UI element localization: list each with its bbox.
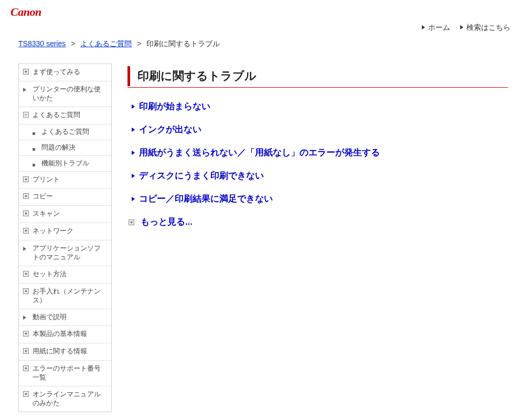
sidebar-item-label: 本製品の基本情報 [33, 330, 87, 339]
sidebar-item-label: セット方法 [33, 270, 67, 279]
breadcrumb-sep: > [71, 39, 75, 48]
sidebar-item-icon [23, 270, 30, 279]
sidebar-subitem-label: よくあるご質問 [41, 128, 89, 136]
breadcrumb-series-link[interactable]: TS8330 series [18, 39, 66, 48]
arrow-right-icon [23, 88, 26, 92]
sidebar-item-label: スキャン [33, 209, 60, 218]
more-link-label: もっと見る... [141, 216, 193, 228]
topic-link-label: コピー／印刷結果に満足できない [139, 193, 273, 205]
sidebar-item-icon [23, 227, 30, 236]
sidebar-subitem[interactable]: 機能別トラブル [19, 156, 111, 172]
breadcrumb-current: 印刷に関するトラブル [146, 39, 220, 48]
sidebar-item-icon [23, 176, 30, 185]
plus-icon [23, 288, 29, 294]
minus-icon [23, 112, 29, 118]
sidebar-item[interactable]: お手入れ（メンテナンス） [19, 284, 111, 309]
sidebar-item-label: アプリケーションソフトのマニュアル [33, 244, 107, 262]
sidebar-item[interactable]: コピー [19, 188, 111, 206]
sidebar-item-label: 動画で説明 [33, 313, 67, 322]
search-link-label: 検索はこちら [466, 23, 511, 32]
plus-icon [23, 348, 29, 354]
sidebar-item-label: コピー [33, 192, 53, 201]
topic-link-label: 用紙がうまく送られない／「用紙なし」のエラーが発生する [139, 147, 380, 159]
search-link[interactable]: 検索はこちら [460, 23, 511, 32]
title-underline [127, 87, 508, 88]
breadcrumb-faq-link[interactable]: よくあるご質問 [80, 39, 132, 48]
arrow-right-icon [460, 25, 463, 29]
sidebar-subitem[interactable]: 問題の解決 [19, 140, 111, 156]
sidebar-subitem-label: 問題の解決 [41, 143, 76, 152]
sidebar-item-icon [23, 313, 30, 322]
bullet-icon [33, 148, 35, 151]
plus-icon [23, 69, 29, 75]
sidebar-item[interactable]: アプリケーションソフトのマニュアル [19, 240, 111, 266]
topic-link[interactable]: インクが出ない [132, 124, 508, 135]
header-links: ホーム 検索はこちら [10, 23, 511, 33]
sidebar-item-icon [23, 86, 30, 94]
sidebar-item[interactable]: 用紙に関する情報 [19, 343, 111, 361]
sidebar-item[interactable]: プリンターの便利な使いかた [19, 81, 111, 107]
sidebar-item[interactable]: 動画で説明 [19, 309, 111, 327]
topic-link-label: ディスクにうまく印刷できない [139, 170, 264, 182]
sidebar-item-icon [23, 210, 30, 219]
plus-icon [23, 176, 29, 182]
arrow-right-icon [132, 128, 135, 132]
home-link[interactable]: ホーム [422, 23, 452, 32]
sidebar-item[interactable]: セット方法 [19, 266, 111, 284]
sidebar-item-label: プリント [33, 175, 60, 184]
plus-icon [23, 391, 29, 397]
sidebar-item[interactable]: よくあるご質問 [19, 107, 111, 124]
topic-link[interactable]: コピー／印刷結果に満足できない [132, 193, 508, 205]
page-title: 印刷に関するトラブル [137, 69, 257, 82]
sidebar-item-icon [23, 111, 30, 120]
plus-icon [23, 331, 29, 337]
arrow-right-icon [23, 316, 26, 320]
breadcrumb-top: TS8330 series > よくあるご質問 > 印刷に関するトラブル [0, 35, 521, 53]
sidebar-item[interactable]: プリント [19, 172, 111, 189]
page-title-wrap: 印刷に関するトラブル [127, 66, 508, 86]
sidebar-item-icon [23, 330, 30, 339]
sidebar-item-label: プリンターの便利な使いかた [33, 85, 107, 103]
arrow-right-icon [422, 25, 425, 29]
sidebar-item[interactable]: まず使ってみる [19, 64, 111, 81]
topic-link[interactable]: 印刷が始まらない [132, 101, 508, 112]
topic-link[interactable]: ディスクにうまく印刷できない [132, 170, 508, 182]
sidebar: まず使ってみるプリンターの便利な使いかたよくあるご質問よくあるご質問問題の解決機… [18, 64, 112, 412]
sidebar-subitem[interactable]: よくあるご質問 [19, 124, 111, 140]
sidebar-subitem-icon [33, 145, 39, 152]
sidebar-item-label: お手入れ（メンテナンス） [33, 287, 107, 305]
plus-icon [23, 228, 29, 234]
sidebar-subitem-label: 機能別トラブル [41, 159, 89, 168]
sidebar-subitem-icon [33, 161, 39, 168]
sidebar-item-icon [23, 193, 30, 202]
sidebar-item[interactable]: スキャン [19, 206, 111, 223]
sidebar-item[interactable]: 本製品の基本情報 [19, 326, 111, 343]
plus-icon [23, 211, 29, 216]
sidebar-item-label: オンラインマニュアルのみかた [33, 390, 107, 408]
more-link[interactable]: もっと見る... [129, 216, 508, 228]
bullet-icon [33, 164, 35, 166]
bullet-icon [33, 132, 35, 135]
arrow-right-icon [132, 174, 135, 178]
plus-icon [129, 219, 134, 225]
home-link-label: ホーム [428, 23, 450, 32]
topic-link-label: 印刷が始まらない [139, 101, 210, 112]
main-container: まず使ってみるプリンターの便利な使いかたよくあるご質問よくあるご質問問題の解決機… [18, 64, 508, 412]
topic-link-label: インクが出ない [139, 124, 201, 135]
sidebar-item[interactable]: オンラインマニュアルのみかた [19, 386, 111, 412]
sidebar-item-icon [23, 68, 30, 77]
sidebar-item-label: まず使ってみる [33, 68, 80, 77]
main-content: 印刷に関するトラブル 印刷が始まらないインクが出ない用紙がうまく送られない／「用… [127, 64, 508, 239]
sidebar-item-label: エラーのサポート番号一覧 [33, 364, 107, 382]
sidebar-item-icon [23, 348, 30, 356]
plus-icon [23, 193, 29, 199]
sidebar-item[interactable]: エラーのサポート番号一覧 [19, 361, 111, 386]
sidebar-item-icon [23, 391, 30, 400]
sidebar-item-label: 用紙に関する情報 [33, 347, 87, 356]
sidebar-item[interactable]: ネットワーク [19, 223, 111, 240]
arrow-right-icon [132, 197, 135, 201]
sidebar-item-label: よくあるご質問 [33, 111, 80, 120]
topic-link[interactable]: 用紙がうまく送られない／「用紙なし」のエラーが発生する [132, 147, 508, 159]
sidebar-item-icon [23, 245, 30, 254]
arrow-right-icon [132, 151, 135, 155]
